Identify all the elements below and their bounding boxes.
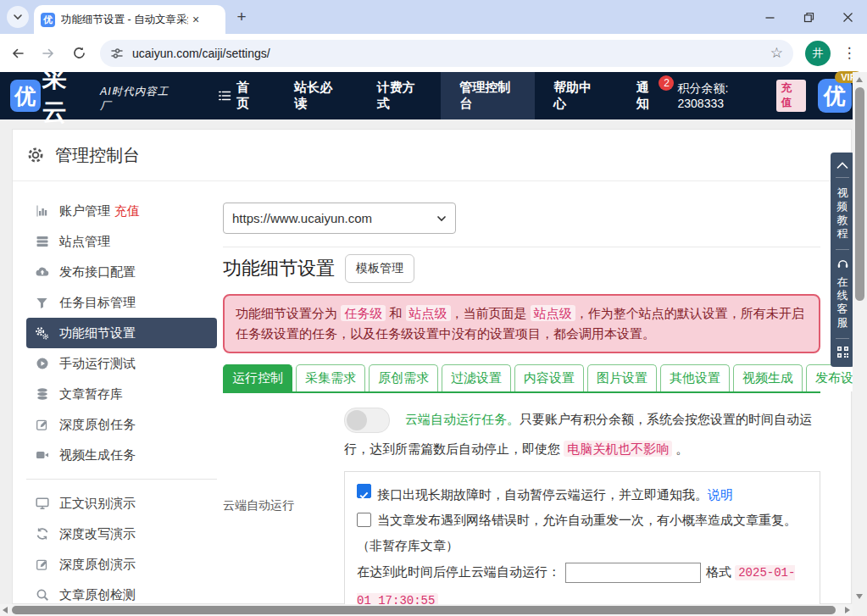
stop-time-input[interactable] <box>565 563 701 583</box>
logo-text[interactable]: 采云 <box>42 62 92 130</box>
browser-profile-avatar[interactable]: 井 <box>805 41 831 66</box>
sidebar-item-task-targets[interactable]: 任务目标管理 <box>26 287 217 318</box>
alert-text: 和 <box>386 306 405 320</box>
tab-content[interactable]: 内容设置 <box>514 364 584 391</box>
online-service-link[interactable]: 在线客服 <box>836 275 848 330</box>
sidebar-item-deep-original-task[interactable]: 深度原创任务 <box>26 409 217 440</box>
nav-item-home[interactable]: 首页 <box>199 72 275 119</box>
site-select-value: https://www.ucaiyun.com <box>232 211 436 225</box>
tab-original[interactable]: 原创需求 <box>369 364 438 391</box>
main-content: https://www.ucaiyun.com 功能细节设置 模板管理 功能细节… <box>223 203 820 616</box>
tab-search-button[interactable] <box>7 6 29 28</box>
explain-link[interactable]: 说明 <box>708 487 733 502</box>
logo-tagline: AI时代内容工厂 <box>100 85 175 114</box>
divider <box>836 177 849 178</box>
sidebar-item-label: 深度改写演示 <box>59 526 136 542</box>
sidebar-item-label: 功能细节设置 <box>59 325 136 341</box>
tab-filter[interactable]: 过滤设置 <box>442 364 511 391</box>
template-manage-button[interactable]: 模板管理 <box>345 254 414 283</box>
new-tab-button[interactable]: + <box>231 6 253 28</box>
checkbox-checked[interactable] <box>357 484 371 498</box>
tab-close-icon[interactable]: × <box>188 12 203 27</box>
sidebar: 账户管理 充值 站点管理 发布接口配置 任务目标管理 功能细节设置 手动运 <box>26 196 217 610</box>
alert-text: ，当前页面是 <box>451 306 531 320</box>
console-card: 管理控制台 账户管理 充值 站点管理 发布接口配置 任务目标管理 <box>12 129 852 604</box>
tab-run-control[interactable]: 运行控制 <box>223 364 292 391</box>
cloud-auto-run-toggle-row: 云端自动运行任务。只要账户有积分余额，系统会按您设置的时间自动运行，达到所需篇数… <box>344 404 823 463</box>
site-select[interactable]: https://www.ucaiyun.com <box>223 203 456 234</box>
sidebar-item-article-store[interactable]: 文章暂存库 <box>26 379 217 409</box>
sidebar-item-label: 深度原创任务 <box>59 417 136 433</box>
option-text: 当文章发布遇到网络错误时，允许自动重发一次，有小概率造成文章重复。（非暂存库文章… <box>357 513 797 552</box>
forward-arrow-icon <box>41 46 56 61</box>
url-bar[interactable]: ucaiyun.com/caiji/settings/ ☆ <box>100 40 793 67</box>
qr-code-icon[interactable] <box>837 347 848 358</box>
nav-item-must-read[interactable]: 站长必读 <box>275 72 358 119</box>
bookmark-star-icon[interactable]: ☆ <box>770 44 783 62</box>
tab-video[interactable]: 视频生成 <box>733 364 803 391</box>
url-text[interactable]: ucaiyun.com/caiji/settings/ <box>132 47 770 60</box>
window-restore-button[interactable] <box>789 0 828 34</box>
tab-image[interactable]: 图片设置 <box>587 364 657 391</box>
sidebar-item-label: 深度原创演示 <box>59 557 136 573</box>
alert-text: 功能细节设置分为 <box>236 306 341 320</box>
horizontal-scroll-thumb[interactable] <box>12 606 836 614</box>
scrollbar-corner <box>853 604 867 616</box>
window-close-button[interactable] <box>828 0 867 34</box>
chevron-down-icon <box>14 15 21 19</box>
horizontal-scrollbar[interactable] <box>0 604 853 616</box>
search-icon <box>35 588 49 602</box>
back-button[interactable] <box>5 41 31 66</box>
logo-icon[interactable]: 优 <box>10 80 41 112</box>
sidebar-item-rewrite-demo[interactable]: 深度改写演示 <box>26 519 217 549</box>
format-label: 格式 <box>706 564 735 579</box>
tab-title: 功能细节设置 - 自动文章采集器 <box>61 13 188 27</box>
sidebar-item-video-task[interactable]: 视频生成任务 <box>26 440 217 470</box>
tab-collect[interactable]: 采集需求 <box>296 364 365 391</box>
code-site-level: 站点级 <box>406 305 451 321</box>
divider <box>836 249 849 250</box>
cloud-auto-run-toggle[interactable] <box>344 408 390 433</box>
checkbox-unchecked[interactable] <box>357 513 371 527</box>
browser-window: 优 功能细节设置 - 自动文章采集器 × + <box>0 0 867 616</box>
sidebar-item-feature-settings[interactable]: 功能细节设置 <box>26 318 217 348</box>
user-avatar[interactable]: 优 <box>818 79 852 113</box>
list-icon <box>218 89 231 103</box>
browser-tab[interactable]: 优 功能细节设置 - 自动文章采集器 × <box>34 5 225 34</box>
user-avatar-wrap[interactable]: 优 VIP <box>818 79 852 113</box>
sidebar-item-label: 发布接口配置 <box>59 264 136 280</box>
recharge-button[interactable]: 充值 <box>776 80 806 112</box>
nav-item-notifications[interactable]: 通知 2 <box>618 72 678 119</box>
nav-item-console[interactable]: 管理控制台 <box>441 72 535 119</box>
sidebar-item-original-demo[interactable]: 深度原创演示 <box>26 549 217 580</box>
browser-menu-icon[interactable]: ⋮ <box>841 44 858 62</box>
sidebar-item-content-recognition-demo[interactable]: 正文识别演示 <box>26 488 217 519</box>
window-minimize-button[interactable] <box>750 0 789 34</box>
sidebar-item-account[interactable]: 账户管理 充值 <box>26 196 217 226</box>
play-circle-icon <box>35 357 49 370</box>
stop-time-label: 在达到此时间后停止云端自动运行： <box>357 564 560 579</box>
scroll-left-arrow[interactable] <box>3 607 8 613</box>
nav-item-pricing[interactable]: 计费方式 <box>358 72 442 119</box>
sidebar-item-manual-run[interactable]: 手动运行测试 <box>26 348 217 379</box>
sidebar-item-publish-api[interactable]: 发布接口配置 <box>26 257 217 287</box>
desktop-icon <box>35 497 49 510</box>
scroll-down-arrow[interactable] <box>856 594 863 599</box>
scroll-up-arrow[interactable] <box>856 77 863 82</box>
headset-icon[interactable] <box>836 258 849 269</box>
sidebar-item-sites[interactable]: 站点管理 <box>26 226 217 257</box>
tab-other[interactable]: 其他设置 <box>660 364 730 391</box>
chevron-up-icon[interactable] <box>836 162 848 169</box>
video-tutorial-link[interactable]: 视频教程 <box>836 186 848 241</box>
nav-item-help[interactable]: 帮助中心 <box>535 72 618 119</box>
vertical-scrollbar[interactable] <box>853 72 867 604</box>
scroll-right-arrow[interactable] <box>845 607 850 613</box>
section-title-row: 功能细节设置 模板管理 <box>223 254 820 283</box>
nav-item-label: 首页 <box>236 80 257 112</box>
sidebar-recharge-link[interactable]: 充值 <box>114 203 140 219</box>
vertical-scroll-thumb[interactable] <box>855 87 864 301</box>
sidebar-item-label: 文章原创检测 <box>59 587 136 603</box>
nav-item-label: 站长必读 <box>294 80 340 112</box>
section-title: 功能细节设置 <box>223 256 335 281</box>
toggle-knob <box>347 410 367 430</box>
